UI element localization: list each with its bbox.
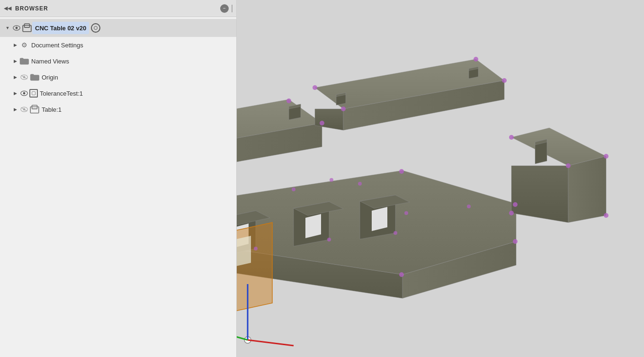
tree-item-named-views[interactable]: Named Views [0,53,236,69]
svg-point-37 [513,239,518,244]
svg-point-38 [399,272,404,277]
svg-marker-31 [568,156,606,223]
browser-panel: ◀◀ BROWSER − CNC [0,0,237,357]
named-views-folder-icon [19,56,29,66]
svg-point-54 [286,98,291,103]
tree-item-table[interactable]: Table:1 [0,101,236,117]
svg-point-35 [399,169,404,174]
svg-point-57 [502,78,507,83]
svg-point-61 [604,213,608,218]
table-label: Table:1 [40,106,62,113]
svg-point-40 [292,187,295,191]
svg-point-52 [320,121,324,125]
svg-marker-12 [372,207,387,231]
tree-container: CNC Table 02 v20 ⚙ Document Settings Nam… [0,17,236,119]
tolerance-test-arrow[interactable] [11,89,19,97]
root-label: CNC Table 02 v20 [32,22,89,34]
svg-point-43 [404,211,408,215]
origin-eye-icon[interactable] [19,72,29,82]
tree-item-tolerance-test[interactable]: ToleranceTest:1 [0,85,236,101]
origin-label: Origin [40,74,58,81]
svg-point-55 [313,85,317,90]
svg-point-49 [254,247,258,250]
svg-marker-9 [305,214,321,238]
svg-marker-30 [511,166,568,223]
browser-header: ◀◀ BROWSER − [0,0,236,17]
svg-point-59 [509,135,514,140]
tree-item-doc-settings[interactable]: ⚙ Document Settings [0,37,236,53]
doc-settings-label: Document Settings [29,42,83,49]
minimize-icon[interactable]: − [220,4,229,13]
svg-point-45 [467,205,471,208]
svg-point-36 [513,202,518,207]
header-icons: − [220,4,233,13]
svg-point-56 [474,57,478,62]
named-views-label: Named Views [29,58,69,65]
root-eye-icon[interactable] [11,23,22,33]
tree-item-root[interactable]: CNC Table 02 v20 [0,19,236,37]
table-arrow[interactable] [11,106,19,113]
svg-point-41 [358,182,362,186]
root-assembly-icon [22,23,32,33]
svg-point-69 [16,27,18,29]
svg-point-48 [394,231,397,235]
table-assembly-icon [29,104,40,115]
camera-icon[interactable] [91,23,100,33]
svg-point-60 [604,154,608,159]
svg-point-47 [327,238,331,241]
gear-icon: ⚙ [19,40,29,50]
origin-folder-icon [29,72,40,82]
svg-point-44 [330,178,333,182]
collapse-arrow[interactable]: ◀◀ [4,5,11,11]
tolerance-test-component-icon [29,89,38,98]
root-expand-arrow[interactable] [4,24,11,32]
svg-point-63 [566,163,571,168]
svg-point-62 [509,211,514,215]
svg-point-76 [23,92,26,95]
svg-point-58 [341,107,346,111]
svg-line-74 [21,75,27,79]
doc-settings-arrow[interactable] [11,41,19,49]
table-eye-icon[interactable] [19,104,29,115]
tolerance-test-label: ToleranceTest:1 [38,90,83,97]
origin-arrow[interactable] [11,73,19,81]
tree-item-origin[interactable]: Origin [0,69,236,85]
header-divider [232,5,233,12]
browser-title: BROWSER [15,5,216,12]
named-views-arrow[interactable] [11,57,19,65]
tolerance-test-eye-icon[interactable] [19,88,29,98]
svg-line-79 [21,107,27,111]
